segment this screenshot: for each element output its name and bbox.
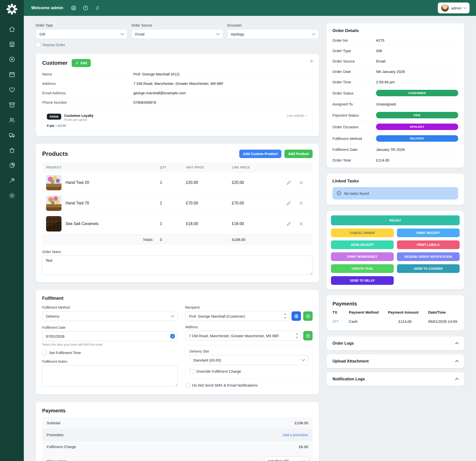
recipient-select[interactable]: Prof. George Marshall (Customer) xyxy=(185,311,289,321)
fulfilment-method-select[interactable]: Delivery xyxy=(42,311,178,321)
product-qty: 1 xyxy=(160,201,186,205)
remove-product-icon[interactable] xyxy=(298,221,304,227)
chevron-up-icon xyxy=(455,342,459,346)
recipient-lookup-button[interactable] xyxy=(292,311,301,321)
repeat-order-checkbox-row[interactable]: Repeat Order xyxy=(36,42,319,47)
loyalty-status-badge: Active xyxy=(47,114,61,120)
no-notifications-checkbox[interactable] xyxy=(185,383,190,388)
detail-value: 2:59:49 pm xyxy=(376,80,458,84)
add-recipient-button[interactable] xyxy=(303,311,313,321)
sidebar-item-shop[interactable] xyxy=(6,38,18,50)
set-fulfilment-time-checkbox[interactable] xyxy=(42,350,47,355)
notification-logs-panel[interactable]: Notification Logs xyxy=(327,372,464,386)
col-payment-method: Payment Method xyxy=(349,310,388,314)
edit-product-icon[interactable] xyxy=(286,221,292,227)
product-qty: 1 xyxy=(160,222,186,226)
customer-phone-row: Phone Number 07606356978 xyxy=(42,98,313,107)
product-unit-price: £70.00 xyxy=(186,201,232,205)
show-prices-select[interactable]: Including VAT xyxy=(264,457,308,461)
clear-date-icon[interactable]: × xyxy=(170,334,175,339)
cancel-order-button[interactable]: CANCEL ORDER xyxy=(331,229,394,237)
repeat-order-checkbox[interactable] xyxy=(36,42,40,47)
order-detail-row: Order Source Email xyxy=(332,56,458,66)
sidebar-item-calendar[interactable] xyxy=(6,68,18,81)
print-worksheet-button[interactable]: PRINT WORKSHEET xyxy=(331,252,394,261)
sidebar-item-deliveries[interactable] xyxy=(6,129,18,141)
plus-circle-icon xyxy=(9,56,15,63)
ready-button[interactable]: READY xyxy=(331,215,460,225)
recipient-address-select[interactable]: 7 Old Road, Manchester, Greater Manchest… xyxy=(185,331,301,341)
remove-product-icon[interactable] xyxy=(298,200,304,206)
recipient-value: Prof. George Marshall (Customer) xyxy=(189,314,245,318)
user-search-icon[interactable] xyxy=(71,5,77,11)
switch-icon[interactable] xyxy=(94,5,100,11)
chevron-up-icon xyxy=(455,360,459,363)
remove-product-icon[interactable] xyxy=(298,180,304,185)
override-charge-checkbox[interactable] xyxy=(189,369,194,374)
promotion-row: Promotion Add a promotion xyxy=(42,429,313,441)
payment-status-badge: PAID xyxy=(376,112,458,118)
edit-customer-button[interactable]: Edit xyxy=(72,59,91,67)
customer-loyalty-box: Active Customer Loyalty Points per spend… xyxy=(42,110,313,131)
admin-menu[interactable]: admin xyxy=(438,2,470,13)
plus-circle-icon xyxy=(305,314,311,319)
order-source-select[interactable]: Email xyxy=(131,29,223,39)
sidebar-item-home[interactable] xyxy=(6,23,18,35)
close-icon[interactable]: × xyxy=(310,59,313,64)
create-task-button[interactable]: CREATE TASK xyxy=(331,264,394,273)
sidebar-item-new-order[interactable] xyxy=(6,53,18,66)
order-detail-row: Fulfilment Method DELIVERY xyxy=(332,133,458,144)
add-address-button[interactable] xyxy=(303,331,313,340)
send-receipt-button[interactable]: SEND RECEIPT xyxy=(331,240,394,249)
right-column: Order Details Order No #275 Order Type G… xyxy=(327,23,464,390)
add-promotion-link[interactable]: Add a promotion xyxy=(283,433,308,437)
tx-link[interactable]: 277 xyxy=(332,319,349,324)
sidebar-item-customers[interactable] xyxy=(6,114,18,126)
order-no-link[interactable]: #275 xyxy=(376,38,458,42)
notification-logs-title: Notification Logs xyxy=(332,377,365,381)
fulfilment-date-input[interactable] xyxy=(42,331,178,341)
fulfilment-charge-label: Fulfilment Charge xyxy=(47,445,76,449)
sidebar-item-tools[interactable] xyxy=(6,174,18,187)
fulfilment-title: Fulfilment xyxy=(42,296,313,301)
upload-attachment-panel[interactable]: Upload Attachment xyxy=(327,354,464,368)
no-notifications-row[interactable]: Do Not Send SMS & Email Notifications xyxy=(185,383,313,388)
pencil-icon xyxy=(75,61,79,65)
action-buttons-grid: CANCEL ORDER PRINT RECEIPT SEND RECEIPT … xyxy=(331,229,460,285)
customer-name-link[interactable]: Prof. George Marshall (#12) xyxy=(133,72,179,76)
delivery-slot-select[interactable]: Standard (£6.00) xyxy=(189,355,308,365)
loyalty-title: Customer Loyalty xyxy=(64,114,93,118)
set-fulfilment-time-row[interactable]: Set Fulfilment Time xyxy=(42,350,178,355)
order-type-value: Gift xyxy=(39,32,45,36)
payment-amount-value: £114.00 xyxy=(388,319,428,324)
order-type-select[interactable]: Gift xyxy=(36,29,127,39)
detail-value: January 7th 2026 xyxy=(376,147,458,152)
help-icon[interactable] xyxy=(83,5,89,11)
print-receipt-button[interactable]: PRINT RECEIPT xyxy=(397,229,460,237)
admin-name: admin xyxy=(451,6,461,10)
no-notifications-label: Do Not Send SMS & Email Notifications xyxy=(192,383,258,387)
left-column: Order Type Gift Order Source Email Occas… xyxy=(36,23,319,461)
add-custom-product-button[interactable]: Add Custom Product xyxy=(239,150,281,158)
sidebar-item-settings[interactable] xyxy=(6,189,18,202)
occasion-select[interactable]: Apology xyxy=(227,29,319,39)
sidebar-item-favourites[interactable] xyxy=(6,83,18,96)
order-logs-panel[interactable]: Order Logs xyxy=(327,336,464,350)
loyalty-points: 0 pts xyxy=(47,124,54,128)
send-to-relay-button[interactable]: SEND TO RELAY xyxy=(331,276,394,285)
edit-product-icon[interactable] xyxy=(286,180,292,185)
order-source-label: Order Source xyxy=(131,23,223,27)
sidebar-item-reports[interactable] xyxy=(6,159,18,171)
tools-icon xyxy=(9,177,15,184)
resend-order-notification-button[interactable]: RESEND ORDER NOTIFICATION xyxy=(397,252,460,261)
print-labels-button[interactable]: PRINT LABELS xyxy=(397,240,460,249)
sidebar-item-archive[interactable] xyxy=(6,99,18,111)
order-notes-input[interactable]: Test xyxy=(42,256,313,275)
send-to-courier-button[interactable]: SEND TO COURIER xyxy=(397,264,460,273)
override-charge-row[interactable]: Override Fulfilment Charge xyxy=(189,369,308,374)
edit-product-icon[interactable] xyxy=(286,200,292,206)
product-qty: 1 xyxy=(160,180,186,185)
add-product-button[interactable]: Add Product xyxy=(284,150,313,158)
sidebar-item-orders[interactable] xyxy=(6,144,18,156)
fulfilment-notes-input[interactable] xyxy=(42,365,178,387)
